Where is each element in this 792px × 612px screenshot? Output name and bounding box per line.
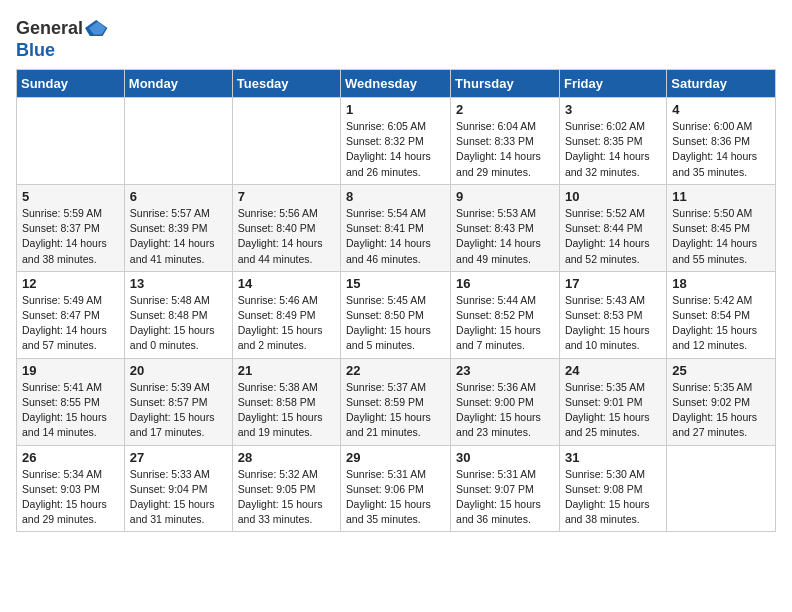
day-cell: 2Sunrise: 6:04 AMSunset: 8:33 PMDaylight… (451, 98, 560, 185)
day-info: Sunrise: 5:34 AMSunset: 9:03 PMDaylight:… (22, 467, 119, 528)
day-cell: 20Sunrise: 5:39 AMSunset: 8:57 PMDayligh… (124, 358, 232, 445)
day-info: Sunrise: 5:54 AMSunset: 8:41 PMDaylight:… (346, 206, 445, 267)
day-info: Sunrise: 5:57 AMSunset: 8:39 PMDaylight:… (130, 206, 227, 267)
day-number: 3 (565, 102, 661, 117)
page-header: General Blue (16, 16, 776, 61)
header-friday: Friday (559, 70, 666, 98)
day-info: Sunrise: 5:30 AMSunset: 9:08 PMDaylight:… (565, 467, 661, 528)
day-info: Sunrise: 5:31 AMSunset: 9:06 PMDaylight:… (346, 467, 445, 528)
day-cell: 17Sunrise: 5:43 AMSunset: 8:53 PMDayligh… (559, 271, 666, 358)
day-cell: 25Sunrise: 5:35 AMSunset: 9:02 PMDayligh… (667, 358, 776, 445)
day-info: Sunrise: 5:31 AMSunset: 9:07 PMDaylight:… (456, 467, 554, 528)
day-number: 5 (22, 189, 119, 204)
day-cell: 9Sunrise: 5:53 AMSunset: 8:43 PMDaylight… (451, 184, 560, 271)
day-info: Sunrise: 5:35 AMSunset: 9:02 PMDaylight:… (672, 380, 770, 441)
day-number: 11 (672, 189, 770, 204)
day-cell: 21Sunrise: 5:38 AMSunset: 8:58 PMDayligh… (232, 358, 340, 445)
day-info: Sunrise: 5:35 AMSunset: 9:01 PMDaylight:… (565, 380, 661, 441)
day-cell: 24Sunrise: 5:35 AMSunset: 9:01 PMDayligh… (559, 358, 666, 445)
day-cell: 6Sunrise: 5:57 AMSunset: 8:39 PMDaylight… (124, 184, 232, 271)
logo-icon (85, 16, 109, 40)
day-cell: 27Sunrise: 5:33 AMSunset: 9:04 PMDayligh… (124, 445, 232, 532)
day-number: 16 (456, 276, 554, 291)
header-wednesday: Wednesday (341, 70, 451, 98)
day-cell: 22Sunrise: 5:37 AMSunset: 8:59 PMDayligh… (341, 358, 451, 445)
day-number: 12 (22, 276, 119, 291)
day-number: 9 (456, 189, 554, 204)
day-cell: 19Sunrise: 5:41 AMSunset: 8:55 PMDayligh… (17, 358, 125, 445)
day-cell (667, 445, 776, 532)
day-info: Sunrise: 5:36 AMSunset: 9:00 PMDaylight:… (456, 380, 554, 441)
day-number: 24 (565, 363, 661, 378)
day-info: Sunrise: 5:59 AMSunset: 8:37 PMDaylight:… (22, 206, 119, 267)
day-cell: 5Sunrise: 5:59 AMSunset: 8:37 PMDaylight… (17, 184, 125, 271)
day-info: Sunrise: 5:43 AMSunset: 8:53 PMDaylight:… (565, 293, 661, 354)
day-number: 27 (130, 450, 227, 465)
day-info: Sunrise: 5:46 AMSunset: 8:49 PMDaylight:… (238, 293, 335, 354)
day-number: 4 (672, 102, 770, 117)
day-number: 25 (672, 363, 770, 378)
day-info: Sunrise: 5:32 AMSunset: 9:05 PMDaylight:… (238, 467, 335, 528)
week-row-4: 19Sunrise: 5:41 AMSunset: 8:55 PMDayligh… (17, 358, 776, 445)
day-cell: 14Sunrise: 5:46 AMSunset: 8:49 PMDayligh… (232, 271, 340, 358)
day-info: Sunrise: 5:52 AMSunset: 8:44 PMDaylight:… (565, 206, 661, 267)
week-row-2: 5Sunrise: 5:59 AMSunset: 8:37 PMDaylight… (17, 184, 776, 271)
logo-general: General (16, 18, 83, 39)
day-info: Sunrise: 6:05 AMSunset: 8:32 PMDaylight:… (346, 119, 445, 180)
day-number: 18 (672, 276, 770, 291)
day-info: Sunrise: 5:44 AMSunset: 8:52 PMDaylight:… (456, 293, 554, 354)
day-cell: 11Sunrise: 5:50 AMSunset: 8:45 PMDayligh… (667, 184, 776, 271)
day-info: Sunrise: 5:42 AMSunset: 8:54 PMDaylight:… (672, 293, 770, 354)
header-monday: Monday (124, 70, 232, 98)
day-number: 20 (130, 363, 227, 378)
header-row: SundayMondayTuesdayWednesdayThursdayFrid… (17, 70, 776, 98)
day-number: 31 (565, 450, 661, 465)
day-info: Sunrise: 6:04 AMSunset: 8:33 PMDaylight:… (456, 119, 554, 180)
day-number: 23 (456, 363, 554, 378)
day-cell: 3Sunrise: 6:02 AMSunset: 8:35 PMDaylight… (559, 98, 666, 185)
day-info: Sunrise: 5:48 AMSunset: 8:48 PMDaylight:… (130, 293, 227, 354)
day-info: Sunrise: 5:45 AMSunset: 8:50 PMDaylight:… (346, 293, 445, 354)
day-cell (124, 98, 232, 185)
day-number: 6 (130, 189, 227, 204)
day-cell: 15Sunrise: 5:45 AMSunset: 8:50 PMDayligh… (341, 271, 451, 358)
day-info: Sunrise: 5:33 AMSunset: 9:04 PMDaylight:… (130, 467, 227, 528)
day-info: Sunrise: 5:41 AMSunset: 8:55 PMDaylight:… (22, 380, 119, 441)
day-number: 2 (456, 102, 554, 117)
day-number: 28 (238, 450, 335, 465)
day-info: Sunrise: 5:38 AMSunset: 8:58 PMDaylight:… (238, 380, 335, 441)
day-number: 7 (238, 189, 335, 204)
header-saturday: Saturday (667, 70, 776, 98)
day-cell: 23Sunrise: 5:36 AMSunset: 9:00 PMDayligh… (451, 358, 560, 445)
day-info: Sunrise: 5:49 AMSunset: 8:47 PMDaylight:… (22, 293, 119, 354)
day-cell (17, 98, 125, 185)
header-sunday: Sunday (17, 70, 125, 98)
day-info: Sunrise: 5:53 AMSunset: 8:43 PMDaylight:… (456, 206, 554, 267)
day-info: Sunrise: 5:39 AMSunset: 8:57 PMDaylight:… (130, 380, 227, 441)
day-info: Sunrise: 5:37 AMSunset: 8:59 PMDaylight:… (346, 380, 445, 441)
day-number: 8 (346, 189, 445, 204)
day-number: 30 (456, 450, 554, 465)
day-cell: 26Sunrise: 5:34 AMSunset: 9:03 PMDayligh… (17, 445, 125, 532)
week-row-1: 1Sunrise: 6:05 AMSunset: 8:32 PMDaylight… (17, 98, 776, 185)
day-cell: 28Sunrise: 5:32 AMSunset: 9:05 PMDayligh… (232, 445, 340, 532)
day-number: 13 (130, 276, 227, 291)
day-number: 19 (22, 363, 119, 378)
day-number: 15 (346, 276, 445, 291)
day-number: 14 (238, 276, 335, 291)
day-info: Sunrise: 6:00 AMSunset: 8:36 PMDaylight:… (672, 119, 770, 180)
day-info: Sunrise: 6:02 AMSunset: 8:35 PMDaylight:… (565, 119, 661, 180)
week-row-3: 12Sunrise: 5:49 AMSunset: 8:47 PMDayligh… (17, 271, 776, 358)
calendar: SundayMondayTuesdayWednesdayThursdayFrid… (16, 69, 776, 532)
week-row-5: 26Sunrise: 5:34 AMSunset: 9:03 PMDayligh… (17, 445, 776, 532)
day-cell: 1Sunrise: 6:05 AMSunset: 8:32 PMDaylight… (341, 98, 451, 185)
day-cell: 12Sunrise: 5:49 AMSunset: 8:47 PMDayligh… (17, 271, 125, 358)
day-cell: 16Sunrise: 5:44 AMSunset: 8:52 PMDayligh… (451, 271, 560, 358)
logo: General Blue (16, 16, 109, 61)
day-cell: 10Sunrise: 5:52 AMSunset: 8:44 PMDayligh… (559, 184, 666, 271)
day-cell: 18Sunrise: 5:42 AMSunset: 8:54 PMDayligh… (667, 271, 776, 358)
day-cell: 7Sunrise: 5:56 AMSunset: 8:40 PMDaylight… (232, 184, 340, 271)
day-cell: 31Sunrise: 5:30 AMSunset: 9:08 PMDayligh… (559, 445, 666, 532)
day-number: 26 (22, 450, 119, 465)
day-cell (232, 98, 340, 185)
